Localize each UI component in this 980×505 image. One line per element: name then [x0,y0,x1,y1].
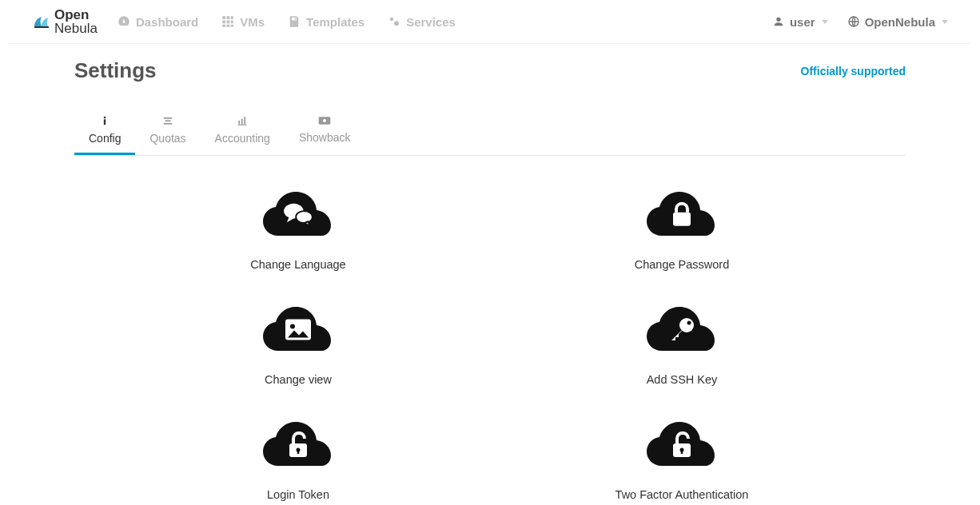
svg-rect-8 [165,120,171,121]
tile-change-view-label: Change view [122,373,474,386]
cloud-key-icon [642,303,722,359]
cloud-image-icon [258,303,338,359]
cloud-unlock-icon [258,418,338,474]
page-header: Settings Officially supported [74,58,906,83]
logo-icon [32,12,51,31]
svg-point-20 [290,324,295,328]
tile-add-ssh-key-label: Add SSH Key [506,373,858,386]
main-nav: Dashboard VMs Templates Services [117,14,456,29]
tab-config-label: Config [89,132,121,145]
cloud-comments-icon [258,188,338,244]
page-title: Settings [74,58,157,83]
svg-point-1 [390,18,394,22]
caret-down-icon [822,20,828,24]
tabs: Config Quotas Accounting Showback [74,115,906,156]
svg-rect-28 [681,449,683,453]
save-icon [287,14,301,29]
info-icon [89,115,121,129]
tile-two-factor-auth-label: Two Factor Authentication [506,488,858,501]
tile-change-password[interactable]: Change Password [506,188,858,271]
tile-change-language[interactable]: Change Language [122,188,474,271]
svg-point-17 [296,211,313,223]
svg-rect-11 [241,119,243,125]
nav-templates[interactable]: Templates [287,14,365,29]
tab-accounting[interactable]: Accounting [201,115,285,155]
user-name: user [790,15,815,29]
tab-showback-label: Showback [299,131,351,144]
bar-chart-icon [215,115,270,129]
page: Settings Officially supported Config Quo… [50,44,930,505]
svg-point-21 [679,318,694,332]
grid-icon [221,14,235,29]
tile-change-password-label: Change Password [506,258,858,271]
logo[interactable]: Open Nebula [32,8,98,35]
user-menu[interactable]: user [772,15,828,29]
svg-rect-13 [238,125,247,125]
money-icon [299,115,351,128]
topbar: Open Nebula Dashboard VMs Templates Serv… [10,0,970,44]
tab-config[interactable]: Config [74,115,135,155]
tile-add-ssh-key[interactable]: Add SSH Key [506,303,858,386]
globe-icon [847,15,860,28]
tab-quotas-label: Quotas [149,132,185,145]
svg-rect-7 [164,117,173,119]
align-icon [149,115,185,129]
nav-dashboard-label: Dashboard [136,15,198,29]
gears-icon [387,14,401,29]
svg-point-3 [776,18,780,22]
tab-showback[interactable]: Showback [285,115,365,155]
svg-rect-12 [245,117,246,124]
nav-dashboard[interactable]: Dashboard [117,14,198,29]
svg-rect-25 [297,449,300,453]
svg-point-22 [687,320,691,324]
tab-quotas[interactable]: Quotas [135,115,200,155]
dashboard-icon [117,14,131,29]
svg-point-5 [104,117,106,119]
cloud-lock-icon [642,188,722,244]
nav-services[interactable]: Services [387,14,456,29]
caret-down-icon [942,20,948,24]
tile-login-token-label: Login Token [122,488,474,501]
svg-rect-0 [34,26,49,28]
nav-services-label: Services [406,15,456,29]
nav-vms-label: VMs [240,15,265,29]
config-tiles: Change Language Change Password Change v… [122,188,858,501]
logo-text: Open Nebula [54,8,98,35]
support-link[interactable]: Officially supported [801,65,906,78]
user-area: user OpenNebula [772,15,948,29]
svg-rect-10 [239,121,241,125]
svg-rect-18 [673,212,691,225]
tab-accounting-label: Accounting [215,132,270,145]
svg-rect-6 [104,119,106,125]
zone-name: OpenNebula [865,15,935,29]
tile-change-view[interactable]: Change view [122,303,474,386]
logo-text-2: Nebula [54,21,98,36]
tile-change-language-label: Change Language [122,258,474,271]
svg-point-15 [323,119,326,122]
nav-vms[interactable]: VMs [221,14,265,29]
svg-point-2 [394,21,399,26]
tile-two-factor-auth[interactable]: Two Factor Authentication [506,418,858,501]
zone-menu[interactable]: OpenNebula [847,15,948,29]
nav-templates-label: Templates [306,15,365,29]
svg-rect-9 [164,123,173,125]
user-icon [772,15,785,28]
cloud-unlock-icon [642,418,722,474]
tile-login-token[interactable]: Login Token [122,418,474,501]
